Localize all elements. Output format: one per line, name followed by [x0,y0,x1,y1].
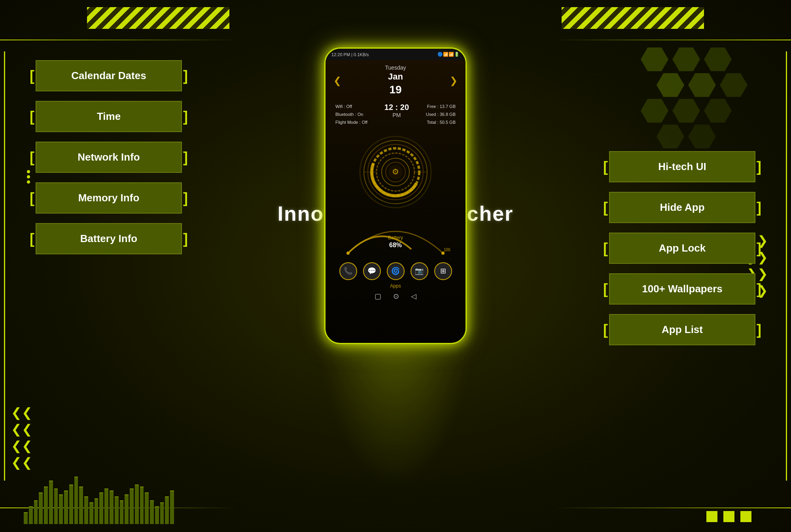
left-btn-wrapper-battery-info: [Battery Info] [36,223,182,254]
btn-wallpapers[interactable]: 100+ Wallpapers [609,273,755,305]
bracket-right-network-info: ] [183,150,188,165]
btn-hide-app[interactable]: Hide App [609,192,755,223]
bracket-right-calendar-dates: ] [183,69,188,83]
phone-time-display: 12 : 20 PM [384,103,409,126]
app-icon-phone[interactable]: 📞 [339,262,357,280]
phone-status-bar: 12:20 PM | 0.1KB/s 🔵📶📶🔋 [325,49,466,60]
app-icon-message[interactable]: 💬 [363,262,381,280]
bracket-left-time: [ [30,110,34,124]
bracket-right-hi-tech-ui: ] [757,160,761,174]
phone-screen: 12:20 PM | 0.1KB/s 🔵📶📶🔋 ❮ Tuesday Jan [325,49,466,343]
svg-text:Battery: Battery [388,235,403,240]
right-btn-wrapper-wallpapers: [100+ Wallpapers] [609,273,755,305]
right-btn-wrapper-hi-tech-ui: [Hi-tech UI] [609,151,755,182]
bracket-left-app-list: [ [603,323,608,337]
phone-container: 12:20 PM | 0.1KB/s 🔵📶📶🔋 ❮ Tuesday Jan [324,47,467,483]
btn-calendar-dates[interactable]: Calendar Dates [36,60,182,91]
bracket-left-calendar-dates: [ [30,69,34,83]
right-btn-wrapper-app-lock: [App Lock] [609,233,755,264]
left-panel: [Calendar Dates][Time][Network Info][Mem… [20,44,198,259]
right-btn-wrapper-hide-app: [Hide App] [609,192,755,223]
phone-apps-row: 📞 💬 🌀 📷 ⊞ [329,259,462,283]
phone-memory-info: Free : 13.7 GB Used : 36.8 GB Total : 50… [426,103,456,126]
bracket-left-hi-tech-ui: [ [603,160,608,174]
day-name: Tuesday [385,64,406,71]
pagination [706,511,751,522]
nav-circle[interactable]: ⊙ [393,292,399,301]
btn-memory-info[interactable]: Memory Info [36,182,182,214]
battery-arc: Battery 68% 100 [329,216,462,259]
phone-nav-bar: ▢ ⊙ ◁ [329,289,462,304]
hazard-strip-left [87,7,229,29]
left-btn-wrapper-network-info: [Network Info] [36,142,182,173]
bracket-right-wallpapers: ] [757,282,761,296]
date-number: 19 [385,83,406,97]
left-arrow: ❮ [333,75,341,86]
hazard-strip-right [562,7,704,29]
bracket-left-app-lock: [ [603,241,608,256]
bracket-right-hide-app: ] [757,201,761,215]
side-frame-left [4,51,5,481]
apps-label: Apps [329,283,462,289]
svg-point-12 [346,252,350,255]
center-panel: 12:20 PM | 0.1KB/s 🔵📶📶🔋 ❮ Tuesday Jan [198,44,593,483]
nav-triangle[interactable]: ◁ [411,292,416,301]
bracket-right-battery-info: ] [183,232,188,246]
phone-date-section: ❮ Tuesday Jan 19 ❯ [329,62,462,99]
bracket-left-battery-info: [ [30,232,34,246]
phone-wifi-info: Wifi : Off Bluetooth : On Flight Mode : … [335,103,367,126]
app-icon-grid[interactable]: ⊞ [434,262,452,280]
phone-content-area: ❮ Tuesday Jan 19 ❯ Wifi : Off [325,60,466,343]
bracket-right-memory-info: ] [183,191,188,205]
app-icon-camera[interactable]: 📷 [411,262,428,280]
frame-corner-tl [0,0,79,47]
page-dot-3[interactable] [740,511,751,522]
btn-hi-tech-ui[interactable]: Hi-tech UI [609,151,755,182]
phone-date-center: Tuesday Jan 19 [385,64,406,97]
status-time: 12:20 PM | 0.1KB/s [331,52,369,57]
btn-app-lock[interactable]: App Lock [609,233,755,264]
status-icons: 🔵📶📶🔋 [437,52,460,57]
svg-text:⚙: ⚙ [392,167,399,176]
bracket-left-network-info: [ [30,150,34,165]
app-icon-custom[interactable]: 🌀 [387,262,405,280]
right-arrow: ❯ [450,75,458,86]
left-btn-wrapper-time: [Time] [36,101,182,132]
month: Jan [385,71,406,83]
bracket-left-hide-app: [ [603,201,608,215]
main-layout: [Calendar Dates][Time][Network Info][Mem… [20,44,771,520]
phone-gauge: ⚙ [329,129,462,216]
btn-time[interactable]: Time [36,101,182,132]
btn-network-info[interactable]: Network Info [36,142,182,173]
bracket-right-app-list: ] [757,323,761,337]
bracket-left-memory-info: [ [30,191,34,205]
svg-point-13 [441,252,445,255]
left-btn-wrapper-calendar-dates: [Calendar Dates] [36,60,182,91]
right-btn-wrapper-app-list: [App List] [609,314,755,345]
bracket-right-time: ] [183,110,188,124]
battery-svg: Battery 68% 100 [340,218,451,257]
side-frame-right [786,51,787,481]
bracket-right-app-lock: ] [757,241,761,256]
btn-app-list[interactable]: App List [609,314,755,345]
gauge-svg: ⚙ [356,133,435,212]
phone-info-row: Wifi : Off Bluetooth : On Flight Mode : … [329,101,462,128]
left-btn-wrapper-memory-info: [Memory Info] [36,182,182,214]
page-dot-1[interactable] [706,511,717,522]
svg-text:68%: 68% [389,242,402,248]
right-panel: [Hi-tech UI][Hide App][App Lock][100+ Wa… [593,134,771,350]
page-dot-2[interactable] [723,511,734,522]
phone-frame: 12:20 PM | 0.1KB/s 🔵📶📶🔋 ❮ Tuesday Jan [324,47,467,344]
btn-battery-info[interactable]: Battery Info [36,223,182,254]
svg-text:100: 100 [444,248,450,252]
nav-square[interactable]: ▢ [375,292,381,301]
bracket-left-wallpapers: [ [603,282,608,296]
